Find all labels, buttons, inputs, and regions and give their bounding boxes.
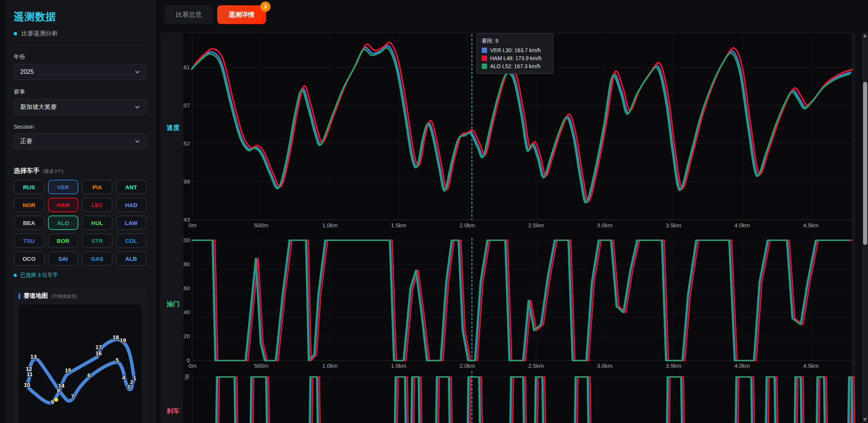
tab-telemetry-detail[interactable]: 遥测详情 3 — [217, 5, 266, 24]
tooltip-series-row: VER L30: 163.7 km/h — [482, 47, 548, 53]
tab-bar: 比赛总览 遥测详情 3 — [164, 5, 266, 24]
scroll-up-icon[interactable] — [863, 34, 867, 37]
throttle-y-tick-label: 00 — [183, 237, 190, 243]
series-color-swatch-icon — [482, 64, 487, 69]
brake-axis-title: 刹车 — [161, 407, 185, 415]
x-tick-label: 4.0km — [734, 222, 750, 228]
plot-right-gutter — [852, 34, 855, 423]
x-tick-label: 3.0km — [597, 362, 613, 369]
brake-y-tick-label: 开 — [184, 374, 190, 380]
x-tick-label: 4.5km — [803, 362, 819, 369]
notification-badge: 3 — [260, 2, 271, 12]
speed-y-tick-label: 61 — [183, 64, 190, 70]
tooltip-series-value: HAM L48: 173.9 km/h — [490, 55, 542, 61]
tooltip-series-value: VER L30: 163.7 km/h — [490, 47, 541, 53]
x-tick-label: 3.5km — [666, 222, 681, 228]
x-tick-label: 2.5km — [528, 362, 544, 369]
x-tick-label: 0m — [189, 362, 197, 369]
tooltip-rows: VER L30: 163.7 km/hHAM L48: 173.9 km/hAL… — [482, 47, 548, 69]
x-tick-label: 1.5km — [391, 222, 406, 228]
tooltip-series-row: HAM L48: 173.9 km/h — [482, 55, 548, 61]
x-tick-label: 2.0km — [460, 362, 475, 369]
throttle-y-tick-label: 40 — [183, 309, 190, 315]
x-tick-label: 500m — [254, 222, 269, 228]
speed-axis-title: 速度 — [161, 123, 185, 132]
x-tick-label: 4.5km — [803, 222, 819, 228]
tooltip-series-value: ALO L52: 167.3 km/h — [490, 63, 540, 69]
x-tick-label: 2.5km — [528, 222, 544, 228]
x-tick-label: 1.0km — [322, 362, 338, 369]
x-tick-label: 3.5km — [666, 362, 681, 369]
speed-y-tick-label: 52 — [183, 140, 190, 147]
throttle-axis-title: 油门 — [161, 300, 185, 308]
x-tick-label: 500m — [254, 362, 269, 369]
x-tick-label: 1.5km — [391, 362, 406, 369]
telemetry-charts[interactable]: 610752984300806040200开0m0m500m500m1.0km1… — [0, 0, 868, 423]
series-color-swatch-icon — [482, 48, 487, 53]
tooltip-series-row: ALO L52: 167.3 km/h — [482, 63, 548, 69]
tooltip-title: 赛段: 9 — [482, 38, 548, 45]
chart-tooltip: 赛段: 9 VER L30: 163.7 km/hHAM L48: 173.9 … — [476, 34, 553, 74]
x-tick-label: 0m — [189, 222, 197, 228]
x-tick-label: 2.0km — [460, 222, 475, 228]
throttle-y-tick-label: 20 — [183, 333, 190, 339]
scroll-down-icon[interactable] — [863, 418, 867, 421]
tab-telemetry-detail-label: 遥测详情 — [229, 11, 255, 18]
scrollbar-thumb[interactable] — [863, 82, 867, 245]
speed-y-tick-label: 07 — [183, 102, 190, 109]
speed-y-tick-label: 98 — [183, 178, 190, 185]
throttle-y-tick-label: 80 — [183, 261, 190, 267]
x-tick-label: 3.0km — [597, 222, 613, 228]
series-color-swatch-icon — [482, 56, 487, 61]
x-tick-label: 4.0km — [734, 362, 750, 369]
tab-race-overview[interactable]: 比赛总览 — [164, 5, 213, 24]
vertical-scrollbar[interactable] — [862, 32, 868, 423]
app-root: 遥测数据 比赛遥测分析 年份 2025 赛事 新加坡大奖赛 Session 正赛… — [0, 0, 868, 423]
x-tick-label: 1.0km — [322, 222, 338, 228]
throttle-y-tick-label: 60 — [183, 285, 190, 291]
